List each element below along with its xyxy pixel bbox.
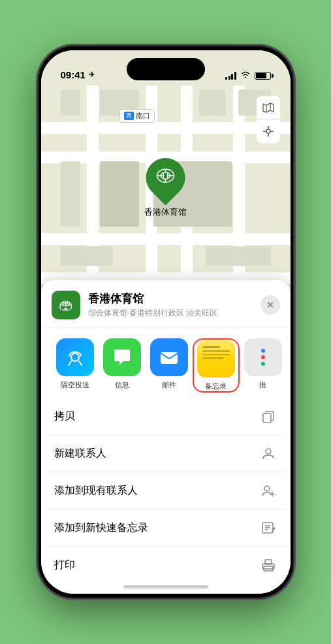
wifi-icon (240, 71, 251, 80)
airdrop-label: 隔空投送 (61, 380, 89, 390)
svg-point-15 (264, 486, 270, 491)
home-indicator (123, 585, 208, 588)
phone-screen: 09:41 ✈ (41, 50, 291, 594)
share-item-messages[interactable]: 信息 (99, 338, 146, 393)
person-add-icon (259, 481, 277, 500)
svg-rect-9 (164, 172, 168, 179)
battery-icon (255, 72, 271, 80)
mail-icon (150, 338, 188, 376)
phone-frame: 09:41 ✈ (39, 46, 293, 598)
location-button[interactable] (257, 120, 280, 143)
venue-name: 香港体育馆 (88, 291, 260, 306)
print-icon (259, 556, 277, 574)
map-label-text: 南口 (136, 111, 150, 121)
action-new-contact-label: 新建联系人 (54, 447, 259, 460)
share-item-airdrop[interactable]: 隔空投送 (52, 338, 99, 393)
more-label: 推 (259, 380, 266, 390)
close-button[interactable]: ✕ (260, 295, 280, 315)
status-time: 09:41 ✈ (61, 69, 95, 80)
share-row: 隔空投送 信息 (41, 328, 291, 398)
action-print-label: 打印 (54, 558, 259, 572)
dynamic-island (127, 58, 205, 80)
share-item-more[interactable]: 推 (240, 338, 287, 393)
location-arrow-icon: ✈ (89, 71, 95, 79)
copy-icon (259, 407, 277, 425)
more-icon (244, 338, 282, 376)
quick-note-icon (259, 519, 277, 537)
notes-label: 备忘录 (205, 381, 227, 391)
action-print[interactable]: 打印 (46, 547, 285, 583)
share-item-mail[interactable]: 邮件 (146, 338, 193, 393)
venue-sub: 综合体育馆·香港特别行政区 油尖旺区 (88, 308, 260, 319)
sheet-header: 🏟 香港体育馆 综合体育馆·香港特别行政区 油尖旺区 ✕ (41, 280, 291, 328)
action-add-existing[interactable]: 添加到现有联系人 (46, 472, 285, 509)
person-icon (259, 444, 277, 462)
pin-label: 香港体育馆 (144, 206, 187, 218)
time-display: 09:41 (61, 69, 86, 80)
action-copy[interactable]: 拷贝 (46, 398, 285, 435)
svg-point-0 (266, 129, 270, 133)
svg-point-25 (272, 566, 273, 567)
pin-icon (156, 166, 176, 189)
action-new-contact[interactable]: 新建联系人 (46, 435, 285, 472)
airdrop-icon (56, 338, 94, 376)
share-item-notes[interactable]: 备忘录 (193, 338, 240, 393)
svg-rect-13 (263, 413, 271, 423)
action-quick-note[interactable]: 添加到新快速备忘录 (46, 509, 285, 547)
action-add-existing-label: 添加到现有联系人 (54, 484, 259, 498)
messages-label: 信息 (115, 380, 129, 390)
stadium-pin[interactable]: 香港体育馆 (144, 158, 187, 218)
action-quick-note-label: 添加到新快速备忘录 (54, 521, 259, 535)
status-icons (225, 71, 271, 80)
action-list: 拷贝 新建联系人 (41, 398, 291, 583)
signal-icon (225, 72, 236, 80)
venue-info: 香港体育馆 综合体育馆·香港特别行政区 油尖旺区 (88, 291, 260, 319)
svg-point-10 (71, 353, 79, 361)
bottom-sheet: 🏟 香港体育馆 综合体育馆·香港特别行政区 油尖旺区 ✕ (41, 280, 291, 594)
messages-icon (103, 338, 141, 376)
venue-icon: 🏟 (52, 291, 80, 319)
map-controls (257, 96, 280, 143)
map-type-button[interactable] (257, 96, 280, 120)
pin-circle (138, 150, 193, 206)
action-copy-label: 拷贝 (54, 410, 259, 423)
notes-icon (197, 340, 235, 378)
mail-label: 邮件 (162, 380, 176, 390)
map-label: 西 南口 (119, 109, 155, 123)
svg-point-14 (266, 449, 271, 454)
